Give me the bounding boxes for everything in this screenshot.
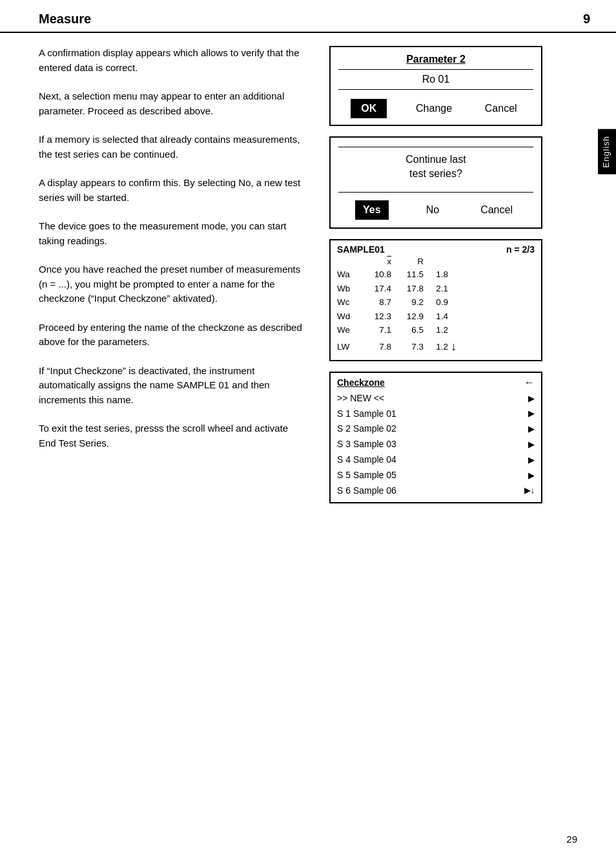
page-title: Measure [39,12,91,26]
page-footer: 29 [566,834,577,845]
table-row: We 7.1 6.5 1.2 [337,323,535,337]
cancel-button[interactable]: Cancel [481,100,521,117]
text-block-7: Proceed by entering the name of the chec… [39,321,303,350]
param-display: Parameter 2 Ro 01 OK Change Cancel [329,46,542,126]
side-tab: English [598,129,616,174]
text-block-4: A display appears to confirm this. By se… [39,176,303,205]
list-item: S 5 Sample 05 ▶ [337,468,535,483]
continue-display: Continue lasttest series? Yes No Cancel [329,136,542,229]
text-block-2: Next, a selection menu may appear to ent… [39,89,303,118]
text-block-6: Once you have reached the preset number … [39,262,303,306]
cancel2-button[interactable]: Cancel [477,202,517,218]
checkzone-header: Checkzone ← [337,377,535,388]
arrow-right-icon: ▶ [528,437,535,452]
scroll-down-icon: ↓ [451,337,457,356]
col-xbar: x [358,256,391,268]
table-row: Wc 8.7 9.2 0.9 [337,295,535,310]
table-row-last: LW 7.8 7.3 1.2 ↓ [337,337,535,356]
yes-button[interactable]: Yes [355,200,389,220]
continue-divider-bottom [338,192,533,193]
text-block-8: If “Input Checkzone” is deactivated, the… [39,364,303,408]
ok-button[interactable]: OK [351,99,387,118]
list-item-last: S 6 Sample 06 ▶↓ [337,483,535,499]
table-row: Wa 10.8 11.5 1.8 [337,268,535,282]
list-item: >> NEW << ▶ [337,391,535,406]
param-value: Ro 01 [338,74,533,90]
col-headers: x R [337,256,535,268]
right-column: Parameter 2 Ro 01 OK Change Cancel Conti… [329,46,542,503]
page-number: 9 [583,12,590,26]
footer-page-number: 29 [566,834,577,845]
n-value: n = 2/3 [506,244,535,255]
list-item: S 4 Sample 04 ▶ [337,452,535,468]
list-item: S 2 Sample 02 ▶ [337,421,535,437]
arrow-right-down-icon: ▶↓ [524,483,535,498]
table-row: Wd 12.3 12.9 1.4 [337,310,535,324]
checkzone-title: Checkzone [337,377,385,388]
arrow-right-icon: ▶ [528,453,535,467]
arrow-right-icon: ▶ [528,422,535,436]
continue-text: Continue lasttest series? [338,153,533,182]
arrow-right-icon: ▶ [528,469,535,483]
main-content: A confirmation display appears which all… [0,46,616,503]
col-r: R [391,256,424,268]
list-item: S 3 Sample 03 ▶ [337,437,535,452]
param-title: Parameter 2 [338,54,533,70]
table-row: Wb 17.4 17.8 2.1 [337,282,535,296]
back-arrow-icon[interactable]: ← [524,377,535,388]
arrow-right-icon: ▶ [528,392,535,406]
param-buttons: OK Change Cancel [338,96,533,121]
arrow-right-icon: ▶ [528,406,535,421]
text-block-3: If a memory is selected that already con… [39,132,303,162]
text-block-1: A confirmation display appears which all… [39,46,303,75]
change-button[interactable]: Change [412,100,456,117]
text-block-9: To exit the test series, presss the scro… [39,421,303,450]
sample-name: SAMPLE01 [337,244,385,255]
continue-buttons: Yes No Cancel [338,198,533,222]
no-button[interactable]: No [422,202,443,218]
page-header: Measure 9 [0,0,616,33]
measure-table: SAMPLE01 n = 2/3 x R Wa 10.8 11.5 1.8 Wb… [329,239,542,361]
left-column: A confirmation display appears which all… [39,46,310,503]
measure-table-header: SAMPLE01 n = 2/3 [337,244,535,255]
checkzone-box: Checkzone ← >> NEW << ▶ S 1 Sample 01 ▶ … [329,372,542,504]
list-item: S 1 Sample 01 ▶ [337,406,535,422]
text-block-5: The device goes to the measurement mode,… [39,219,303,248]
continue-divider-top [338,147,533,147]
